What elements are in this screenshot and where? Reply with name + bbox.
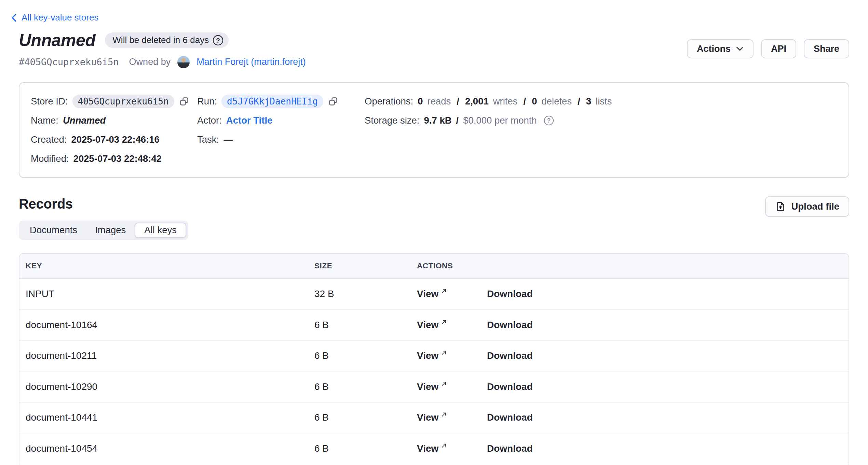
storage-size-label: Storage size: <box>365 115 420 126</box>
copy-icon <box>328 97 338 106</box>
record-key: document-10164 <box>26 320 314 330</box>
key-value-store-page: All key-value stores Unnamed Will be del… <box>0 0 868 465</box>
created-label: Created: <box>31 134 67 145</box>
record-size: 6 B <box>314 320 417 330</box>
record-size: 32 B <box>314 288 417 299</box>
external-link-icon <box>441 319 447 325</box>
owned-by-label: Owned by <box>129 57 171 67</box>
writes-count: 2,001 <box>465 96 489 107</box>
svg-text:?: ? <box>547 117 551 124</box>
view-label: View <box>417 288 438 299</box>
records-tabbar: Documents Images All keys <box>19 221 188 240</box>
modified-value: 2025-07-03 22:48:42 <box>73 153 162 164</box>
view-link[interactable]: View <box>417 288 487 299</box>
name-value: Unnamed <box>63 115 106 126</box>
download-link[interactable]: Download <box>487 443 842 454</box>
name-field: Name: Unnamed <box>31 115 197 126</box>
view-link[interactable]: View <box>417 350 487 361</box>
owner-avatar[interactable] <box>177 56 190 68</box>
record-key: document-10290 <box>26 381 314 392</box>
actions-button[interactable]: Actions <box>687 39 754 58</box>
upload-file-label: Upload file <box>791 201 839 212</box>
chevron-left-icon <box>11 13 17 22</box>
reads-label: reads <box>427 96 451 107</box>
record-size: 6 B <box>314 443 417 454</box>
column-actions: ACTIONS <box>417 262 487 270</box>
view-link[interactable]: View <box>417 412 487 423</box>
record-size: 6 B <box>314 412 417 423</box>
tab-documents[interactable]: Documents <box>21 223 86 238</box>
breadcrumb[interactable]: All key-value stores <box>11 12 98 23</box>
reads-count: 0 <box>418 96 423 107</box>
help-circle-icon[interactable]: ? <box>212 34 224 46</box>
download-link[interactable]: Download <box>487 412 842 423</box>
external-link-icon <box>441 411 447 418</box>
record-size: 6 B <box>314 350 417 361</box>
store-id-field: Store ID: 405GQcuprxeku6i5n <box>31 95 197 108</box>
records-title: Records <box>19 196 188 212</box>
external-link-icon <box>441 442 447 449</box>
table-row: document-10211 6 B View Download <box>19 341 849 372</box>
view-label: View <box>417 350 438 361</box>
separator: / <box>576 96 582 107</box>
share-button[interactable]: Share <box>804 39 849 58</box>
view-link[interactable]: View <box>417 320 487 330</box>
column-key: KEY <box>26 262 314 270</box>
view-link[interactable]: View <box>417 443 487 454</box>
record-key: INPUT <box>26 288 314 299</box>
external-link-icon <box>441 350 447 356</box>
operations-label: Operations: <box>365 96 413 107</box>
svg-text:?: ? <box>216 37 220 44</box>
created-field: Created: 2025-07-03 22:46:16 <box>31 134 197 145</box>
help-circle-icon: ? <box>543 115 554 126</box>
download-link[interactable]: Download <box>487 288 842 299</box>
tab-all-keys[interactable]: All keys <box>135 223 186 238</box>
separator: / <box>456 115 459 126</box>
actor-field: Actor: Actor Title <box>197 115 365 126</box>
download-link[interactable]: Download <box>487 381 842 392</box>
tab-images[interactable]: Images <box>86 223 135 238</box>
store-id-value: 405GQcuprxeku6i5n <box>72 95 174 108</box>
breadcrumb-label: All key-value stores <box>22 12 98 23</box>
records-left: Records Documents Images All keys <box>19 196 188 240</box>
storage-size-value: 9.7 kB <box>424 115 452 126</box>
run-label: Run: <box>197 96 217 107</box>
task-label: Task: <box>197 134 219 145</box>
run-field: Run: d5J7GKkjDaenHEIig <box>197 95 365 108</box>
view-label: View <box>417 320 438 330</box>
operations-field: Operations: 0 reads / 2,001 writes / 0 d… <box>365 96 837 107</box>
store-id-label: Store ID: <box>31 96 68 107</box>
modified-label: Modified: <box>31 153 69 164</box>
external-link-icon <box>441 381 447 387</box>
records-header: Records Documents Images All keys Upload… <box>19 196 849 240</box>
task-value: — <box>223 134 233 145</box>
download-link[interactable]: Download <box>487 350 842 361</box>
lists-count: 3 <box>586 96 591 107</box>
copy-store-id-button[interactable] <box>179 97 189 106</box>
view-label: View <box>417 412 438 423</box>
storage-size-field: Storage size: 9.7 kB / $0.000 per month … <box>365 115 837 126</box>
table-row: document-10441 6 B View Download <box>19 403 849 434</box>
download-link[interactable]: Download <box>487 320 842 330</box>
api-button[interactable]: API <box>761 39 796 58</box>
separator: / <box>522 96 528 107</box>
chevron-down-icon <box>736 46 744 51</box>
actor-link[interactable]: Actor Title <box>226 115 273 126</box>
table-row: document-10164 6 B View Download <box>19 310 849 341</box>
store-hash: #405GQcuprxeku6i5n <box>19 57 119 67</box>
upload-file-button[interactable]: Upload file <box>765 196 849 217</box>
copy-run-id-button[interactable] <box>328 97 338 106</box>
table-row: INPUT 32 B View Download <box>19 279 849 310</box>
storage-help-button[interactable]: ? <box>543 115 554 126</box>
owner-link[interactable]: Martin Forejt (martin.forejt) <box>196 57 306 67</box>
lists-label: lists <box>596 96 612 107</box>
header-actions: Actions API Share <box>687 39 849 58</box>
deletes-count: 0 <box>532 96 537 107</box>
deletion-badge-label: Will be deleted in 6 days <box>112 35 209 45</box>
writes-label: writes <box>493 96 518 107</box>
run-id-link[interactable]: d5J7GKkjDaenHEIig <box>221 95 323 108</box>
record-key: document-10454 <box>26 443 314 454</box>
view-label: View <box>417 381 438 392</box>
view-link[interactable]: View <box>417 381 487 392</box>
page-title: Unnamed <box>19 30 95 50</box>
